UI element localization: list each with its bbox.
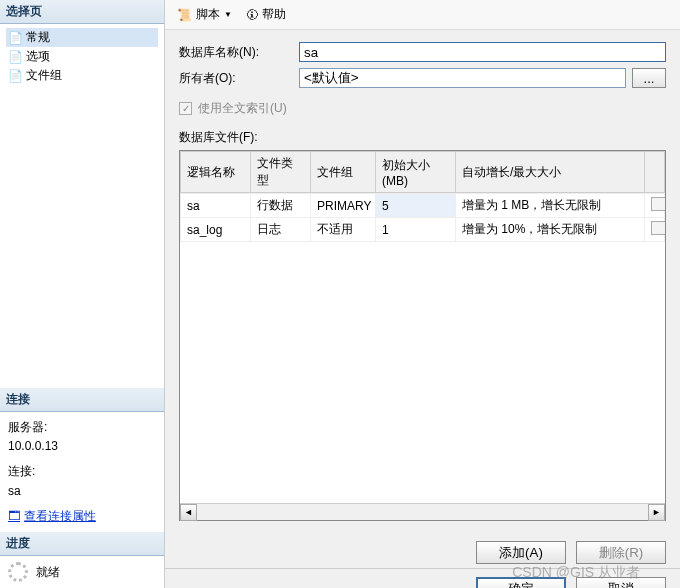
grid-body[interactable]: sa 行数据 PRIMARY 5 增量为 1 MB，增长无限制 sa_log 日… [180,193,665,503]
owner-input[interactable] [299,68,626,88]
properties-icon: 🗔 [8,507,20,526]
progress-header: 进度 [0,532,164,556]
scroll-left-icon[interactable]: ◄ [180,504,197,521]
page-icon: 📄 [8,69,22,83]
page-icon: 📄 [8,50,22,64]
conn-value: sa [8,482,156,501]
server-value: 10.0.0.13 [8,437,156,456]
sidebar: 选择页 📄 常规 📄 选项 📄 文件组 连接 服务器: 10.0.0.13 连接… [0,0,165,588]
nav-label: 选项 [26,48,50,65]
nav-label: 常规 [26,29,50,46]
files-label: 数据库文件(F): [179,129,666,146]
script-icon: 📜 [177,8,192,22]
add-button[interactable]: 添加(A) [476,541,566,564]
db-name-label: 数据库名称(N): [179,44,299,61]
help-button[interactable]: 🛈 帮助 [242,4,290,25]
progress-status: 就绪 [36,564,60,581]
connection-info: 服务器: 10.0.0.13 连接: sa 🗔 查看连接属性 [0,412,164,532]
form-area: 数据库名称(N): 所有者(O): ... ✓ 使用全文索引(U) 数据库文件(… [165,30,680,533]
help-icon: 🛈 [246,8,258,22]
nav-item-options[interactable]: 📄 选项 [6,47,158,66]
fulltext-checkbox: ✓ [179,102,192,115]
ok-button[interactable]: 确定 [476,577,566,588]
row-edit-button[interactable] [651,197,665,211]
browse-owner-button[interactable]: ... [632,68,666,88]
remove-button[interactable]: 删除(R) [576,541,666,564]
progress-section: 就绪 [0,556,164,588]
scroll-right-icon[interactable]: ► [648,504,665,521]
col-logical-name[interactable]: 逻辑名称 [181,152,251,193]
main-panel: 📜 脚本 ▼ 🛈 帮助 数据库名称(N): 所有者(O): ... ✓ 使用全文… [165,0,680,588]
nav-list: 📄 常规 📄 选项 📄 文件组 [0,24,164,89]
table-row[interactable]: sa 行数据 PRIMARY 5 增量为 1 MB，增长无限制 [181,194,665,218]
col-filegroup[interactable]: 文件组 [311,152,376,193]
chevron-down-icon: ▼ [224,10,232,19]
grid-actions: 添加(A) 删除(R) [165,533,680,568]
fulltext-label: 使用全文索引(U) [198,100,287,117]
spinner-icon [8,562,28,582]
select-page-header: 选择页 [0,0,164,24]
page-icon: 📄 [8,31,22,45]
db-name-input[interactable] [299,42,666,62]
col-autogrowth[interactable]: 自动增长/最大大小 [456,152,645,193]
col-action [645,152,665,193]
files-grid: 逻辑名称 文件类型 文件组 初始大小(MB) 自动增长/最大大小 [179,150,666,521]
server-label: 服务器: [8,418,156,437]
nav-item-general[interactable]: 📄 常规 [6,28,158,47]
col-file-type[interactable]: 文件类型 [251,152,311,193]
view-connection-props-link[interactable]: 🗔 查看连接属性 [8,507,96,526]
table-row[interactable]: sa_log 日志 不适用 1 增量为 10%，增长无限制 [181,218,665,242]
dialog-buttons: 确定 取消 [165,568,680,588]
owner-label: 所有者(O): [179,70,299,87]
row-edit-button[interactable] [651,221,665,235]
col-initial-size[interactable]: 初始大小(MB) [376,152,456,193]
script-button[interactable]: 📜 脚本 ▼ [173,4,236,25]
nav-item-filegroups[interactable]: 📄 文件组 [6,66,158,85]
conn-label: 连接: [8,462,156,481]
connection-header: 连接 [0,388,164,412]
toolbar: 📜 脚本 ▼ 🛈 帮助 [165,0,680,30]
scroll-track[interactable] [197,504,648,521]
cancel-button[interactable]: 取消 [576,577,666,588]
nav-label: 文件组 [26,67,62,84]
horizontal-scrollbar[interactable]: ◄ ► [180,503,665,520]
